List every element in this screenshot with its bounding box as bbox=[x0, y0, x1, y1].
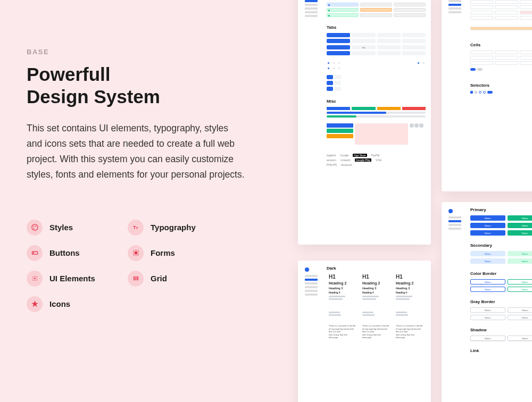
section-heading: Tabs bbox=[327, 25, 426, 30]
typo-h4: Heading 4 bbox=[329, 291, 356, 294]
mockup-alerts: Alerts Tabs Tab Misc bbox=[298, 0, 431, 245]
svg-point-0 bbox=[31, 224, 37, 230]
section-heading: Shadow bbox=[470, 328, 532, 332]
button-sample: Button bbox=[470, 336, 505, 341]
mockup-cells: Cells Selectors bbox=[442, 0, 532, 191]
svg-rect-13 bbox=[135, 277, 136, 281]
features-grid: Styles TT Typography Buttons Forms UI El… bbox=[27, 220, 223, 312]
feature-label: Grid bbox=[151, 274, 167, 283]
feature-label: Forms bbox=[151, 248, 175, 257]
typo-paragraph: time to buy that first telescope bbox=[329, 333, 356, 339]
feature-forms: Forms bbox=[128, 245, 223, 261]
button-sample: Button bbox=[470, 315, 505, 320]
svg-point-2 bbox=[35, 226, 36, 227]
feature-label: Styles bbox=[49, 223, 73, 232]
brand-logo: App Store bbox=[353, 154, 367, 157]
typo-h1: H1 bbox=[329, 274, 356, 280]
typo-h1: H1 bbox=[362, 274, 390, 280]
mockup-typography: Dark H1 Heading 2 Heading 3 Heading 4 Th… bbox=[298, 261, 431, 402]
typo-h2: Heading 2 bbox=[362, 281, 390, 285]
form-icon bbox=[128, 245, 144, 261]
section-heading: Primary bbox=[470, 207, 532, 212]
button-sample: Button bbox=[470, 279, 505, 284]
star-icon bbox=[27, 296, 43, 312]
typo-paragraph: There is a moment in the life of any asp… bbox=[396, 324, 423, 333]
brand-logo: amazon bbox=[327, 158, 336, 162]
button-sample: Button bbox=[508, 315, 532, 320]
typo-paragraph: There is a moment in the life of any asp… bbox=[329, 324, 356, 333]
typo-h4: Heading 4 bbox=[362, 291, 390, 294]
grid-dots-icon bbox=[27, 271, 43, 287]
brand-logo: LinkedIn bbox=[340, 158, 351, 162]
button-sample: Button bbox=[508, 251, 532, 256]
mockup-collage: Alerts Tabs Tab Misc bbox=[266, 0, 532, 402]
page-title: Powerfull Design System bbox=[27, 63, 245, 108]
columns-icon bbox=[128, 271, 144, 287]
feature-icons: Icons bbox=[27, 296, 122, 312]
brand-logo: Google bbox=[340, 154, 348, 157]
feature-typography: TT Typography bbox=[128, 220, 223, 236]
button-sample: Button bbox=[508, 336, 532, 341]
svg-rect-9 bbox=[135, 252, 137, 254]
feature-label: UI Elements bbox=[49, 274, 95, 283]
typo-h3: Heading 3 bbox=[396, 287, 423, 290]
button-sample: Button bbox=[470, 258, 505, 264]
svg-rect-12 bbox=[134, 277, 135, 281]
text-icon: TT bbox=[128, 220, 144, 236]
brand-logo: VISA bbox=[376, 158, 381, 162]
section-heading: Selectors bbox=[470, 83, 532, 88]
typo-paragraph: time to buy that first telescope bbox=[362, 333, 390, 339]
svg-point-3 bbox=[33, 228, 34, 229]
brand-logo: Google Play bbox=[355, 158, 371, 162]
button-sample: Button bbox=[470, 223, 505, 228]
feature-buttons: Buttons bbox=[27, 245, 122, 261]
palette-icon bbox=[27, 220, 43, 236]
typo-paragraph: There is a moment in the life of any asp… bbox=[362, 324, 390, 333]
feature-label: Buttons bbox=[49, 248, 80, 257]
section-heading: Gray Border bbox=[470, 299, 532, 304]
typo-h2: Heading 2 bbox=[329, 281, 356, 285]
svg-point-1 bbox=[33, 226, 34, 227]
section-heading: Link bbox=[470, 348, 532, 353]
feature-label: Typography bbox=[151, 223, 196, 232]
button-sample: Button bbox=[508, 258, 532, 264]
button-sample: Button bbox=[470, 287, 505, 292]
button-sample: Button bbox=[508, 223, 532, 228]
button-sample: Button bbox=[470, 215, 505, 221]
svg-rect-11 bbox=[34, 278, 36, 279]
button-sample: Button bbox=[470, 307, 505, 313]
brand-logo: PayPal bbox=[371, 154, 380, 157]
description-text: This set contains UI elements, typograph… bbox=[27, 121, 245, 182]
typo-h4: Heading 4 bbox=[396, 291, 423, 294]
feature-label: Icons bbox=[49, 299, 70, 308]
brand-logo: logitech bbox=[327, 154, 336, 157]
section-heading: Dark bbox=[327, 266, 426, 271]
button-sample: Button bbox=[508, 279, 532, 284]
button-sample: Button bbox=[508, 230, 532, 236]
button-sample: Button bbox=[508, 215, 532, 221]
feature-grid: Grid bbox=[128, 271, 223, 287]
button-sample: Button bbox=[470, 251, 505, 256]
feature-ui-elements: UI Elements bbox=[27, 271, 122, 287]
typo-paragraph: time to buy that first telescope bbox=[396, 333, 423, 339]
svg-text:T: T bbox=[136, 226, 138, 230]
section-heading: Cells bbox=[470, 43, 532, 47]
section-heading: Secondary bbox=[470, 243, 532, 248]
svg-rect-14 bbox=[137, 277, 138, 281]
button-sample: Button bbox=[508, 287, 532, 292]
section-heading: Misc bbox=[327, 99, 426, 104]
brand-logo: PHILIPS bbox=[327, 163, 337, 166]
mockup-buttons: Primary ButtonButton ButtonButton Button… bbox=[442, 202, 532, 402]
brand-logo: facebook bbox=[341, 163, 352, 166]
feature-styles: Styles bbox=[27, 220, 122, 236]
typo-h3: Heading 3 bbox=[362, 287, 390, 290]
typo-h3: Heading 3 bbox=[329, 287, 356, 290]
svg-point-7 bbox=[33, 253, 34, 253]
button-icon bbox=[27, 245, 43, 261]
eyebrow-label: BASE bbox=[27, 48, 245, 56]
section-heading: Color Border bbox=[470, 271, 532, 276]
typo-h1: H1 bbox=[396, 274, 423, 280]
typo-h2: Heading 2 bbox=[396, 281, 423, 285]
button-sample: Button bbox=[470, 230, 505, 236]
button-sample: Button bbox=[508, 307, 532, 313]
